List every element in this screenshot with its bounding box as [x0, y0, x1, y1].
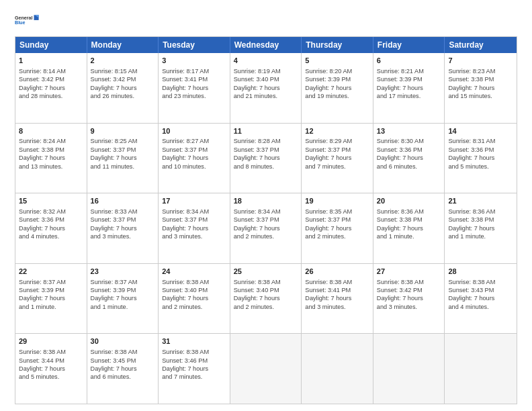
day-number: 27 — [377, 267, 441, 277]
day-info: Sunrise: 8:23 AM Sunset: 3:38 PM Dayligh… — [448, 68, 495, 99]
day-cell-20: 20Sunrise: 8:36 AM Sunset: 3:38 PM Dayli… — [373, 193, 445, 263]
day-number: 30 — [91, 336, 155, 347]
day-number: 4 — [234, 56, 298, 66]
day-number: 21 — [448, 196, 513, 206]
day-cell-14: 14Sunrise: 8:31 AM Sunset: 3:36 PM Dayli… — [445, 124, 517, 193]
day-number: 28 — [448, 267, 513, 277]
day-number: 3 — [162, 56, 226, 66]
day-cell-21: 21Sunrise: 8:36 AM Sunset: 3:38 PM Dayli… — [445, 193, 517, 263]
day-number: 22 — [19, 267, 83, 277]
day-number: 24 — [162, 267, 226, 277]
day-cell-13: 13Sunrise: 8:30 AM Sunset: 3:36 PM Dayli… — [373, 124, 445, 193]
day-info: Sunrise: 8:38 AM Sunset: 3:44 PM Dayligh… — [19, 349, 66, 380]
day-header-saturday: Saturday — [445, 37, 517, 53]
day-info: Sunrise: 8:30 AM Sunset: 3:36 PM Dayligh… — [377, 138, 424, 169]
day-number: 19 — [305, 196, 369, 206]
day-number: 17 — [162, 196, 226, 206]
calendar-row-1: 1Sunrise: 8:14 AM Sunset: 3:42 PM Daylig… — [15, 53, 517, 123]
day-info: Sunrise: 8:31 AM Sunset: 3:36 PM Dayligh… — [448, 138, 495, 169]
day-header-friday: Friday — [373, 37, 445, 53]
calendar-header: SundayMondayTuesdayWednesdayThursdayFrid… — [15, 37, 517, 53]
logo: General Blue — [15, 12, 40, 30]
day-number: 16 — [91, 196, 155, 206]
day-info: Sunrise: 8:38 AM Sunset: 3:45 PM Dayligh… — [91, 349, 138, 380]
day-cell-19: 19Sunrise: 8:35 AM Sunset: 3:37 PM Dayli… — [302, 193, 373, 263]
day-number: 7 — [448, 56, 513, 66]
day-cell-3: 3Sunrise: 8:17 AM Sunset: 3:41 PM Daylig… — [159, 53, 230, 123]
day-cell-16: 16Sunrise: 8:33 AM Sunset: 3:37 PM Dayli… — [87, 193, 159, 263]
calendar-row-3: 15Sunrise: 8:32 AM Sunset: 3:36 PM Dayli… — [15, 193, 517, 263]
day-cell-28: 28Sunrise: 8:38 AM Sunset: 3:43 PM Dayli… — [445, 264, 517, 334]
day-number: 29 — [19, 336, 83, 347]
calendar-row-5: 29Sunrise: 8:38 AM Sunset: 3:44 PM Dayli… — [15, 333, 517, 404]
day-info: Sunrise: 8:35 AM Sunset: 3:37 PM Dayligh… — [305, 208, 352, 240]
day-info: Sunrise: 8:34 AM Sunset: 3:37 PM Dayligh… — [162, 208, 209, 240]
day-cell-30: 30Sunrise: 8:38 AM Sunset: 3:45 PM Dayli… — [87, 334, 159, 404]
day-cell-26: 26Sunrise: 8:38 AM Sunset: 3:41 PM Dayli… — [302, 264, 373, 334]
day-info: Sunrise: 8:17 AM Sunset: 3:41 PM Dayligh… — [162, 68, 209, 99]
day-cell-12: 12Sunrise: 8:29 AM Sunset: 3:37 PM Dayli… — [302, 124, 373, 193]
day-cell-8: 8Sunrise: 8:24 AM Sunset: 3:38 PM Daylig… — [15, 124, 87, 193]
day-info: Sunrise: 8:36 AM Sunset: 3:38 PM Dayligh… — [448, 208, 495, 240]
empty-cell — [230, 334, 302, 404]
day-info: Sunrise: 8:15 AM Sunset: 3:42 PM Dayligh… — [91, 68, 138, 99]
day-number: 8 — [19, 126, 83, 136]
day-header-thursday: Thursday — [302, 37, 373, 53]
empty-cell — [302, 334, 373, 404]
day-info: Sunrise: 8:36 AM Sunset: 3:38 PM Dayligh… — [377, 208, 424, 240]
day-number: 9 — [91, 126, 155, 136]
day-header-sunday: Sunday — [15, 37, 87, 53]
day-info: Sunrise: 8:34 AM Sunset: 3:37 PM Dayligh… — [234, 208, 281, 240]
day-number: 25 — [234, 267, 298, 277]
day-cell-23: 23Sunrise: 8:37 AM Sunset: 3:39 PM Dayli… — [87, 264, 159, 334]
day-cell-6: 6Sunrise: 8:21 AM Sunset: 3:39 PM Daylig… — [373, 53, 445, 123]
day-header-tuesday: Tuesday — [159, 37, 230, 53]
day-cell-10: 10Sunrise: 8:27 AM Sunset: 3:37 PM Dayli… — [159, 124, 230, 193]
day-info: Sunrise: 8:20 AM Sunset: 3:39 PM Dayligh… — [305, 68, 352, 99]
calendar-body: 1Sunrise: 8:14 AM Sunset: 3:42 PM Daylig… — [15, 53, 517, 404]
day-info: Sunrise: 8:27 AM Sunset: 3:37 PM Dayligh… — [162, 138, 209, 169]
page: General Blue SundayMondayTuesdayWednesda… — [0, 0, 532, 411]
day-cell-22: 22Sunrise: 8:37 AM Sunset: 3:39 PM Dayli… — [15, 264, 87, 334]
day-info: Sunrise: 8:38 AM Sunset: 3:40 PM Dayligh… — [162, 279, 209, 310]
day-header-wednesday: Wednesday — [230, 37, 302, 53]
day-cell-2: 2Sunrise: 8:15 AM Sunset: 3:42 PM Daylig… — [87, 53, 159, 123]
day-number: 5 — [305, 56, 369, 66]
day-cell-1: 1Sunrise: 8:14 AM Sunset: 3:42 PM Daylig… — [15, 53, 87, 123]
day-number: 31 — [162, 336, 226, 347]
day-cell-25: 25Sunrise: 8:38 AM Sunset: 3:40 PM Dayli… — [230, 264, 302, 334]
svg-text:Blue: Blue — [15, 20, 25, 26]
empty-cell — [373, 334, 445, 404]
day-info: Sunrise: 8:38 AM Sunset: 3:40 PM Dayligh… — [234, 279, 281, 310]
day-number: 1 — [19, 56, 83, 66]
day-info: Sunrise: 8:38 AM Sunset: 3:41 PM Dayligh… — [305, 279, 352, 310]
day-cell-7: 7Sunrise: 8:23 AM Sunset: 3:38 PM Daylig… — [445, 53, 517, 123]
day-number: 6 — [377, 56, 441, 66]
day-cell-24: 24Sunrise: 8:38 AM Sunset: 3:40 PM Dayli… — [159, 264, 230, 334]
day-number: 23 — [91, 267, 155, 277]
calendar-row-4: 22Sunrise: 8:37 AM Sunset: 3:39 PM Dayli… — [15, 263, 517, 334]
day-number: 18 — [234, 196, 298, 206]
day-cell-4: 4Sunrise: 8:19 AM Sunset: 3:40 PM Daylig… — [230, 53, 302, 123]
day-info: Sunrise: 8:32 AM Sunset: 3:36 PM Dayligh… — [19, 208, 66, 240]
day-info: Sunrise: 8:38 AM Sunset: 3:46 PM Dayligh… — [162, 349, 209, 380]
day-info: Sunrise: 8:19 AM Sunset: 3:40 PM Dayligh… — [234, 68, 281, 99]
day-number: 14 — [448, 126, 513, 136]
day-cell-29: 29Sunrise: 8:38 AM Sunset: 3:44 PM Dayli… — [15, 334, 87, 404]
day-info: Sunrise: 8:37 AM Sunset: 3:39 PM Dayligh… — [19, 279, 66, 310]
day-number: 11 — [234, 126, 298, 136]
empty-cell — [445, 334, 517, 404]
day-info: Sunrise: 8:33 AM Sunset: 3:37 PM Dayligh… — [91, 208, 138, 240]
day-cell-11: 11Sunrise: 8:28 AM Sunset: 3:37 PM Dayli… — [230, 124, 302, 193]
day-number: 12 — [305, 126, 369, 136]
day-cell-9: 9Sunrise: 8:25 AM Sunset: 3:37 PM Daylig… — [87, 124, 159, 193]
day-cell-27: 27Sunrise: 8:38 AM Sunset: 3:42 PM Dayli… — [373, 264, 445, 334]
day-cell-5: 5Sunrise: 8:20 AM Sunset: 3:39 PM Daylig… — [302, 53, 373, 123]
day-number: 20 — [377, 196, 441, 206]
day-cell-17: 17Sunrise: 8:34 AM Sunset: 3:37 PM Dayli… — [159, 193, 230, 263]
day-cell-15: 15Sunrise: 8:32 AM Sunset: 3:36 PM Dayli… — [15, 193, 87, 263]
day-info: Sunrise: 8:14 AM Sunset: 3:42 PM Dayligh… — [19, 68, 66, 99]
day-number: 26 — [305, 267, 369, 277]
day-info: Sunrise: 8:38 AM Sunset: 3:42 PM Dayligh… — [377, 279, 424, 310]
day-info: Sunrise: 8:37 AM Sunset: 3:39 PM Dayligh… — [91, 279, 138, 310]
